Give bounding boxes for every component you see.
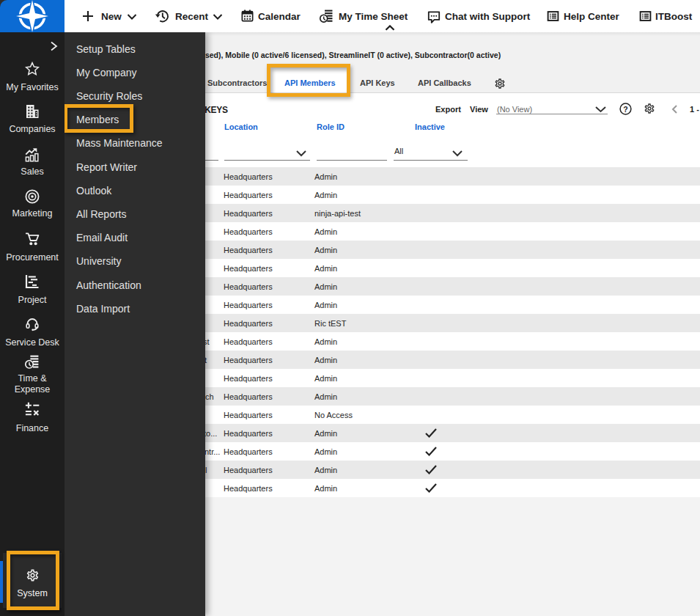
svg-text:?: ?: [623, 105, 627, 114]
